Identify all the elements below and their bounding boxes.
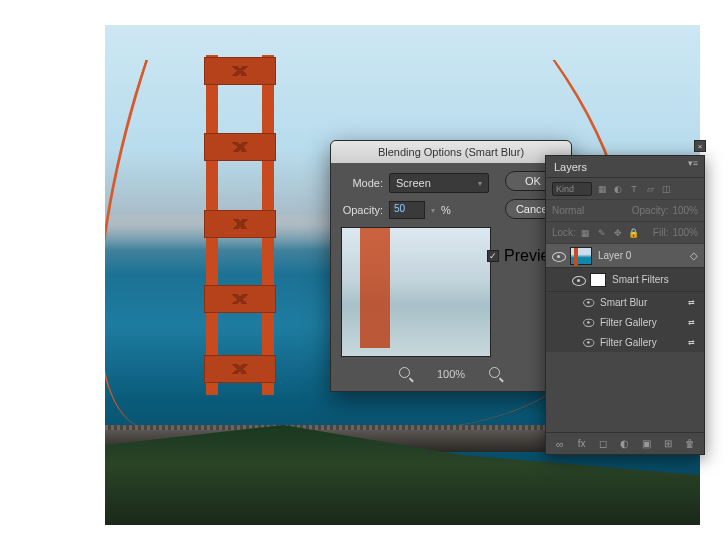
panel-collapse-icon[interactable]: × [694,140,706,152]
fill-value[interactable]: 100% [672,227,698,238]
layer-group-icon[interactable]: ▣ [641,438,653,450]
mode-label: Mode: [341,177,383,189]
lock-position-icon[interactable]: ✥ [612,227,624,239]
fill-label: Fill: [653,227,669,238]
filter-blend-icon[interactable]: ⇄ [688,318,698,327]
filter-item-gallery-1[interactable]: Filter Gallery ⇄ [546,312,704,332]
layer-opacity-label: Opacity: [632,205,669,216]
filter-pixel-icon[interactable]: ▦ [596,183,608,195]
visibility-toggle-icon[interactable] [552,250,564,262]
filter-type-icon[interactable]: T [628,183,640,195]
filter-item-smart-blur[interactable]: Smart Blur ⇄ [546,292,704,312]
filter-adjust-icon[interactable]: ◐ [612,183,624,195]
filter-mask-thumbnail[interactable] [590,273,606,287]
filter-smart-icon[interactable]: ◫ [660,183,672,195]
blend-mode-select[interactable]: Normal [552,205,584,216]
filter-preview [341,227,491,357]
zoom-in-icon[interactable] [489,367,503,381]
layers-footer: fx ◻ ◐ ▣ ⊞ 🗑 [546,432,704,454]
layer-thumbnail[interactable] [570,247,592,265]
zoom-level: 100% [437,368,465,380]
lock-pixels-icon[interactable]: ✎ [596,227,608,239]
opacity-chevron-icon[interactable]: ▾ [431,206,435,215]
smart-filters-label: Smart Filters [612,274,669,285]
smart-object-icon: ◇ [690,250,698,261]
lock-transparency-icon[interactable]: ▦ [580,227,592,239]
delete-layer-icon[interactable]: 🗑 [684,438,696,450]
filter-blend-icon[interactable]: ⇄ [688,298,698,307]
dialog-titlebar[interactable]: Blending Options (Smart Blur) [331,141,571,163]
filter-shape-icon[interactable]: ▱ [644,183,656,195]
visibility-toggle-icon[interactable] [583,297,593,307]
layer-style-icon[interactable]: fx [576,438,588,450]
zoom-out-icon[interactable] [399,367,413,381]
smart-filters-group[interactable]: Smart Filters [546,268,704,292]
opacity-label: Opacity: [341,204,383,216]
layer-item-layer0[interactable]: Layer 0 ◇ [546,244,704,268]
lock-label: Lock: [552,227,576,238]
preview-checkbox[interactable]: ✓ [487,250,499,262]
layer-kind-select[interactable]: Kind [552,182,592,196]
layers-panel: × Layers ▾≡ Kind ▦ ◐ T ▱ ◫ Normal Opacit… [545,155,705,455]
adjustment-layer-icon[interactable]: ◐ [619,438,631,450]
panel-menu-icon[interactable]: ▾≡ [688,158,698,168]
visibility-toggle-icon[interactable] [583,337,593,347]
mode-select[interactable]: Screen ▾ [389,173,489,193]
opacity-input[interactable]: 50 [389,201,425,219]
filter-item-gallery-2[interactable]: Filter Gallery ⇄ [546,332,704,352]
layer-mask-icon[interactable]: ◻ [597,438,609,450]
dialog-title: Blending Options (Smart Blur) [378,146,524,158]
filter-blend-icon[interactable]: ⇄ [688,338,698,347]
layers-tab[interactable]: Layers [554,161,587,173]
lock-all-icon[interactable]: 🔒 [628,227,640,239]
bridge-tower [200,25,280,395]
link-layers-icon[interactable] [554,438,566,450]
layer-name: Layer 0 [598,250,631,261]
opacity-unit: % [441,204,451,216]
layer-opacity-value[interactable]: 100% [672,205,698,216]
chevron-down-icon: ▾ [478,179,482,188]
layer-list: Layer 0 ◇ Smart Filters Smart Blur ⇄ Fil… [546,244,704,352]
mode-value: Screen [396,177,431,189]
visibility-toggle-icon[interactable] [583,317,593,327]
new-layer-icon[interactable]: ⊞ [663,438,675,450]
visibility-toggle-icon[interactable] [572,274,584,286]
blending-options-dialog: Blending Options (Smart Blur) Mode: Scre… [330,140,572,392]
